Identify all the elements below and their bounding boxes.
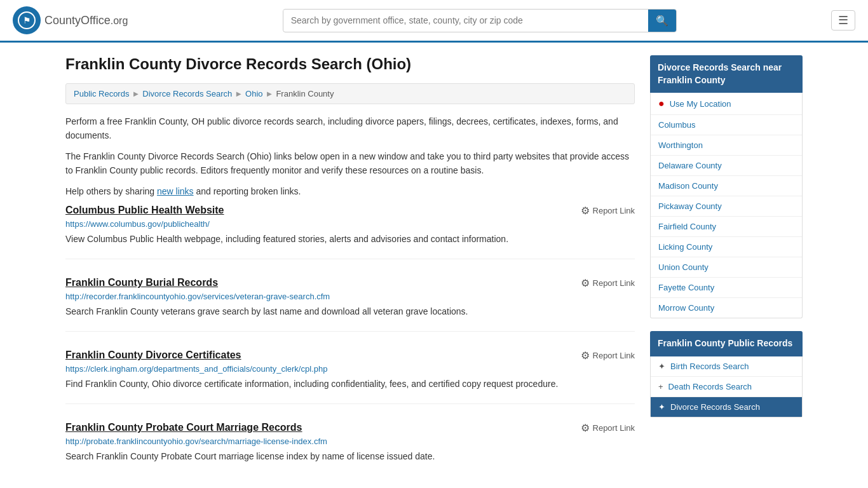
sidebar-nearby-link[interactable]: Fairfield County — [658, 222, 716, 231]
result-title-row: Columbus Public Health Website ⚙ Report … — [65, 205, 635, 217]
sidebar-public-records-item[interactable]: ✦ Birth Records Search — [651, 356, 802, 377]
sidebar-nearby-section: Divorce Records Search near Franklin Cou… — [650, 55, 803, 318]
sidebar-nearby-link[interactable]: Union County — [658, 262, 709, 272]
hamburger-button[interactable]: ☰ — [831, 10, 855, 30]
svg-text:⚑: ⚑ — [23, 15, 31, 25]
report-link[interactable]: ⚙ Report Link — [581, 277, 635, 289]
report-icon: ⚙ — [581, 349, 590, 362]
result-url[interactable]: http://probate.franklincountyohio.gov/se… — [65, 437, 635, 446]
result-title-row: Franklin County Probate Court Marriage R… — [65, 422, 635, 434]
result-title[interactable]: Franklin County Probate Court Marriage R… — [65, 422, 302, 433]
breadcrumb: Public Records ► Divorce Records Search … — [65, 83, 635, 104]
report-label: Report Link — [593, 423, 635, 433]
sidebar-nearby-body: ● Use My Location ColumbusWorthingtonDel… — [650, 93, 803, 318]
logo-text: CountyOffice.org — [44, 14, 128, 27]
sidebar-nearby-item[interactable]: Morrow County — [651, 298, 802, 318]
sidebar-item-icon: ✦ — [658, 362, 665, 371]
report-icon: ⚙ — [581, 422, 590, 434]
sidebar-nearby-item[interactable]: Fayette County — [651, 278, 802, 298]
description-para3: Help others by sharing new links and rep… — [65, 184, 635, 198]
breadcrumb-ohio[interactable]: Ohio — [245, 89, 262, 98]
sidebar-nearby-item[interactable]: Pickaway County — [651, 196, 802, 217]
report-link[interactable]: ⚙ Report Link — [581, 349, 635, 362]
sidebar-nearby-item[interactable]: Delaware County — [651, 156, 802, 176]
breadcrumb-franklin-county: Franklin County — [276, 89, 334, 98]
sidebar-nearby-item[interactable]: Union County — [651, 257, 802, 278]
sidebar-public-records-item[interactable]: ✦ Divorce Records Search — [651, 397, 802, 417]
sidebar-item-icon: ✦ — [658, 402, 665, 412]
result-title-row: Franklin County Divorce Certificates ⚙ R… — [65, 349, 635, 362]
report-link[interactable]: ⚙ Report Link — [581, 205, 635, 217]
sidebar-nearby-link[interactable]: Pickaway County — [658, 201, 722, 211]
result-item: Franklin County Divorce Certificates ⚙ R… — [65, 349, 635, 404]
result-desc: Find Franklin County, Ohio divorce certi… — [65, 377, 635, 391]
logo-area: ⚑ CountyOffice.org — [13, 6, 128, 34]
sidebar-public-records-link[interactable]: Divorce Records Search — [670, 402, 760, 412]
result-item: Columbus Public Health Website ⚙ Report … — [65, 205, 635, 259]
sidebar-nearby-item[interactable]: Columbus — [651, 115, 802, 135]
report-icon: ⚙ — [581, 277, 590, 289]
sidebar-public-records-body: ✦ Birth Records Search + Death Records S… — [650, 356, 803, 417]
sidebar-nearby-item[interactable]: Worthington — [651, 135, 802, 156]
hamburger-icon: ☰ — [838, 14, 848, 27]
result-desc: View Columbus Public Health webpage, inc… — [65, 233, 635, 246]
sidebar: Divorce Records Search near Franklin Cou… — [650, 55, 803, 488]
page-title: Franklin County Divorce Records Search (… — [65, 55, 635, 73]
report-label: Report Link — [593, 206, 635, 215]
search-input[interactable] — [283, 10, 648, 30]
breadcrumb-public-records[interactable]: Public Records — [74, 89, 129, 98]
result-title[interactable]: Columbus Public Health Website — [65, 205, 224, 216]
sidebar-use-location[interactable]: ● Use My Location — [651, 93, 802, 115]
result-desc: Search Franklin County veterans grave se… — [65, 305, 635, 318]
breadcrumb-divorce-records[interactable]: Divorce Records Search — [142, 89, 232, 98]
sidebar-item-icon: + — [658, 382, 663, 391]
result-url[interactable]: http://recorder.franklincountyohio.gov/s… — [65, 292, 635, 301]
result-item: Franklin County Burial Records ⚙ Report … — [65, 277, 635, 332]
result-desc: Search Franklin County Probate Court mar… — [65, 450, 635, 463]
sidebar-nearby-header: Divorce Records Search near Franklin Cou… — [650, 55, 803, 93]
description-para1: Perform a free Franklin County, OH publi… — [65, 114, 635, 143]
sidebar-nearby-link[interactable]: Columbus — [658, 120, 696, 130]
sidebar-nearby-link[interactable]: Morrow County — [658, 303, 714, 313]
sidebar-nearby-link[interactable]: Madison County — [658, 181, 718, 191]
report-link[interactable]: ⚙ Report Link — [581, 422, 635, 434]
sidebar-public-records-header: Franklin County Public Records — [650, 331, 803, 356]
sidebar-nearby-item[interactable]: Licking County — [651, 237, 802, 257]
sidebar-nearby-link[interactable]: Licking County — [658, 242, 712, 252]
sidebar-nearby-items: ColumbusWorthingtonDelaware CountyMadiso… — [651, 115, 802, 318]
logo-name: CountyOffice — [44, 14, 111, 27]
description-para2: The Franklin County Divorce Records Sear… — [65, 149, 635, 178]
report-icon: ⚙ — [581, 205, 590, 217]
sidebar-public-records-link[interactable]: Birth Records Search — [670, 362, 749, 371]
content-area: Franklin County Divorce Records Search (… — [65, 55, 635, 488]
search-icon: 🔍 — [656, 15, 668, 26]
sidebar-nearby-item[interactable]: Fairfield County — [651, 217, 802, 237]
report-label: Report Link — [593, 278, 635, 288]
location-icon: ● — [658, 98, 665, 109]
main-container: Franklin County Divorce Records Search (… — [53, 43, 815, 488]
report-label: Report Link — [593, 351, 635, 360]
sidebar-public-records-item[interactable]: + Death Records Search — [651, 377, 802, 397]
search-button[interactable]: 🔍 — [648, 10, 676, 32]
logo-suffix: .org — [111, 15, 128, 26]
result-url[interactable]: https://www.columbus.gov/publichealth/ — [65, 219, 635, 229]
search-bar: 🔍 — [283, 9, 677, 32]
logo-icon: ⚑ — [13, 6, 41, 34]
results-container: Columbus Public Health Website ⚙ Report … — [65, 205, 635, 476]
result-title-row: Franklin County Burial Records ⚙ Report … — [65, 277, 635, 289]
sidebar-public-records-link[interactable]: Death Records Search — [668, 382, 752, 391]
sidebar-public-records-items: ✦ Birth Records Search + Death Records S… — [651, 356, 802, 417]
result-title[interactable]: Franklin County Divorce Certificates — [65, 349, 241, 361]
sidebar-nearby-link[interactable]: Worthington — [658, 140, 703, 150]
sidebar-public-records-section: Franklin County Public Records ✦ Birth R… — [650, 331, 803, 417]
result-url[interactable]: https://clerk.ingham.org/departments_and… — [65, 364, 635, 374]
result-title[interactable]: Franklin County Burial Records — [65, 277, 218, 288]
sidebar-nearby-link[interactable]: Delaware County — [658, 161, 722, 170]
use-location-link[interactable]: Use My Location — [670, 99, 731, 109]
sidebar-nearby-link[interactable]: Fayette County — [658, 283, 714, 292]
site-header: ⚑ CountyOffice.org 🔍 ☰ — [0, 0, 868, 43]
new-links-link[interactable]: new links — [157, 186, 194, 196]
sidebar-nearby-item[interactable]: Madison County — [651, 176, 802, 196]
result-item: Franklin County Probate Court Marriage R… — [65, 422, 635, 476]
